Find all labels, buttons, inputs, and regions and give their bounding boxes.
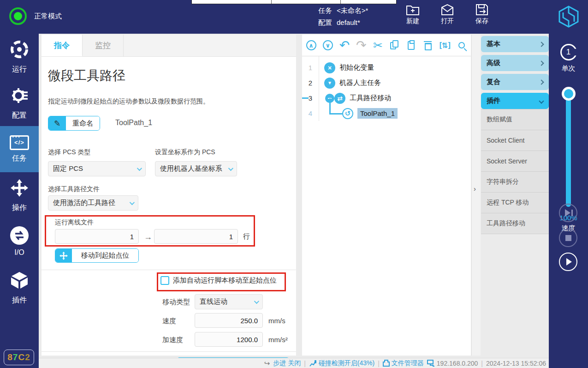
auto-script-checkbox-label: 添加自动运行脚本移动至起始点位 (173, 276, 277, 285)
paste-icon[interactable] (406, 39, 416, 51)
session-code-badge: 87C2 (4, 350, 34, 365)
chevron-down-icon (137, 165, 142, 170)
speed-slider[interactable] (549, 87, 588, 207)
sidebar-item-operate[interactable]: 操作 (0, 172, 39, 218)
slider-track[interactable] (566, 91, 571, 207)
single-run-toggle[interactable]: 1 单次 (549, 43, 588, 73)
pcs-type-label: 选择 PCS 类型 (48, 148, 91, 157)
new-folder-icon (406, 4, 420, 16)
tree-row[interactable]: 2 ▼ 机器人主任务 (302, 75, 471, 90)
sidebar-item-io[interactable]: I/O (0, 218, 39, 265)
slider-handle[interactable] (562, 87, 576, 101)
palette-collapse-handle[interactable]: › (471, 35, 481, 356)
tab-monitor[interactable]: 监控 (83, 35, 124, 56)
sidebar-item-config[interactable]: 配置 (0, 80, 39, 126)
tree-row-label: 初始化变量 (339, 63, 374, 72)
line-start-input[interactable] (55, 229, 139, 244)
chevron-right-icon (539, 42, 544, 47)
range-arrow: → (144, 232, 152, 242)
pcs-type-select[interactable]: 固定 PCS (48, 161, 146, 176)
collapse-all-icon[interactable]: ∧ (306, 39, 316, 51)
page-description: 指定运动到微段起始点的运动参数以及微段数据行范围。 (48, 97, 209, 106)
panel-tabs: 指令 监控 (42, 35, 296, 57)
pcs-frame-select[interactable]: 使用机器人基坐标系 (155, 161, 237, 176)
palette-item-socket-server[interactable]: Socket Server (481, 151, 549, 172)
accel-input[interactable] (195, 332, 263, 347)
chevron-right-icon: › (474, 185, 476, 193)
sidebar-label-io: I/O (14, 248, 24, 257)
play-icon (566, 258, 572, 265)
step-forward-button[interactable] (559, 204, 577, 222)
palette-item-remote-tcp[interactable]: 远程 TCP 移动 (481, 193, 549, 213)
line-number: 1 (302, 64, 319, 72)
offline-file-label: 运行离线文件 (55, 218, 94, 227)
move-type-select[interactable]: 直线运动 (195, 294, 263, 309)
chevron-down-icon (254, 298, 259, 303)
tree-row[interactable]: 1 × 初始化变量 (302, 60, 471, 75)
left-nav-rail: 运行 配置 </> 任务 操作 I/O 插件 87C2 (0, 34, 39, 368)
step-mode-status[interactable]: 步进 关闭 (273, 359, 301, 368)
play-button[interactable] (559, 253, 577, 271)
tree-toolbar: ∧ ∨ ↶ ↷ ✂ [⇅] (302, 35, 471, 56)
tree-connector (329, 98, 331, 113)
cube-icon (10, 271, 29, 292)
category-composite[interactable]: 复合 (481, 74, 549, 90)
category-plugin[interactable]: 插件 (481, 93, 549, 109)
rename-button[interactable]: ✎ 重命名 (48, 116, 100, 131)
new-task-button[interactable]: 新建 (406, 4, 420, 25)
tree-row-selected[interactable]: 4 ↺ ToolPath_1 (302, 106, 471, 121)
file-manager-link[interactable]: 文件管理器 (383, 359, 424, 368)
instruction-palette: 基本 高级 复合 插件 数组赋值 Socket Client Socket Se… (481, 36, 549, 234)
tree-row[interactable]: 3 − ⇄ 工具路径移动 (302, 90, 471, 106)
sidebar-item-task[interactable]: </> 任务 (0, 126, 39, 172)
collision-status[interactable]: 碰撞检测开启(43%) (309, 359, 374, 368)
move-to-start-button[interactable]: 移动到起始点位 (55, 248, 139, 263)
palette-item-string-split[interactable]: 字符串拆分 (481, 172, 549, 193)
palette-item-toolpath-move[interactable]: 工具路径移动 (481, 213, 549, 234)
chevron-right-icon (539, 60, 544, 66)
delete-icon[interactable] (423, 39, 434, 51)
undo-icon[interactable]: ↶ (339, 39, 350, 51)
config-value: default* (337, 17, 360, 29)
redo-icon[interactable]: ↷ (356, 39, 367, 51)
stop-icon (565, 235, 571, 241)
category-advanced[interactable]: 高级 (481, 55, 549, 71)
line-unit: 行 (243, 232, 250, 241)
insert-line-icon[interactable]: [⇅] (440, 39, 451, 51)
category-basic[interactable]: 基本 (481, 36, 549, 52)
path-file-select[interactable]: 使用激活的工具路径 (48, 195, 138, 211)
save-task-button[interactable]: 保存 (475, 4, 489, 25)
sidebar-label-plugin: 插件 (12, 296, 27, 305)
pcs-type-value: 固定 PCS (53, 164, 83, 173)
move-arrows-icon (55, 249, 72, 262)
stop-button[interactable] (559, 229, 577, 247)
task-value: <未命名>* (337, 5, 368, 17)
tree-row-label: 机器人主任务 (339, 78, 381, 87)
tree-row-label-selected: ToolPath_1 (357, 108, 398, 119)
task-label: 任务 (318, 5, 332, 17)
copy-icon[interactable] (389, 39, 400, 51)
expand-all-icon[interactable]: ∨ (322, 39, 333, 51)
pcs-frame-value: 使用机器人基坐标系 (160, 164, 222, 173)
sidebar-item-run[interactable]: 运行 (0, 34, 39, 80)
skip-bar-icon (571, 210, 573, 216)
pencil-icon: ✎ (48, 116, 66, 130)
sidebar-item-plugin[interactable]: 插件 (0, 265, 39, 311)
cut-icon[interactable]: ✂ (373, 39, 383, 51)
io-arrows-icon (10, 226, 29, 245)
config-label: 配置 (318, 17, 332, 29)
open-task-button[interactable]: 打开 (440, 4, 454, 25)
line-end-input[interactable] (154, 229, 238, 244)
tab-instruction[interactable]: 指令 (42, 35, 83, 56)
line-number: 4 (302, 109, 319, 117)
palette-item-array-assign[interactable]: 数组赋值 (481, 109, 549, 130)
search-icon[interactable] (457, 39, 467, 51)
palette-item-socket-client[interactable]: Socket Client (481, 130, 549, 151)
status-bar: ↪ 步进 关闭 | 碰撞检测开启(43%) | 文件管理器 192.168.0.… (39, 358, 549, 368)
gear-icon (10, 86, 29, 107)
speed-input[interactable] (195, 313, 263, 328)
task-config-info: 任务<未命名>* 配置default* (318, 5, 368, 29)
program-tree-panel: ∧ ∨ ↶ ↷ ✂ [⇅] 1 × 初始化变量 2 ▼ 机器人主任务 (302, 35, 471, 356)
auto-script-checkbox[interactable] (160, 276, 169, 285)
sidebar-label-task: 任务 (12, 154, 27, 163)
